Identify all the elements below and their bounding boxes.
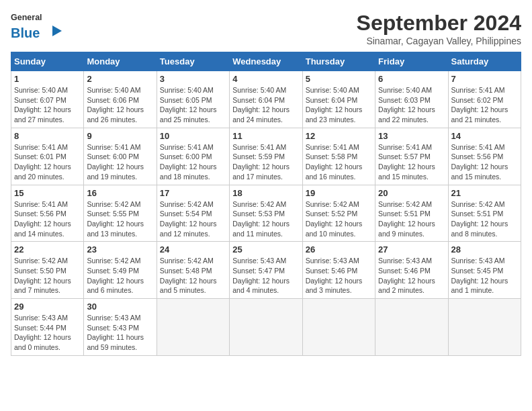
table-row bbox=[230, 299, 302, 356]
header-wednesday: Wednesday bbox=[230, 52, 302, 71]
header-sunday: Sunday bbox=[11, 52, 84, 71]
table-row: 1Sunrise: 5:40 AMSunset: 6:07 PMDaylight… bbox=[11, 71, 84, 128]
logo-svg: General bbox=[11, 11, 44, 24]
table-row: 22Sunrise: 5:42 AMSunset: 5:50 PMDayligh… bbox=[11, 242, 84, 299]
table-row bbox=[157, 299, 229, 356]
table-row: 25Sunrise: 5:43 AMSunset: 5:47 PMDayligh… bbox=[230, 242, 302, 299]
table-row: 6Sunrise: 5:40 AMSunset: 6:03 PMDaylight… bbox=[375, 71, 448, 128]
month-title: September 2024 bbox=[357, 11, 521, 36]
table-row: 30Sunrise: 5:43 AMSunset: 5:43 PMDayligh… bbox=[84, 299, 157, 356]
table-row: 24Sunrise: 5:42 AMSunset: 5:48 PMDayligh… bbox=[157, 242, 229, 299]
table-row: 12Sunrise: 5:41 AMSunset: 5:58 PMDayligh… bbox=[302, 128, 375, 185]
table-row: 8Sunrise: 5:41 AMSunset: 6:01 PMDaylight… bbox=[11, 128, 84, 185]
table-row: 5Sunrise: 5:40 AMSunset: 6:04 PMDaylight… bbox=[302, 71, 375, 128]
logo: General Blue bbox=[11, 11, 64, 43]
table-row: 21Sunrise: 5:42 AMSunset: 5:51 PMDayligh… bbox=[448, 185, 521, 242]
header: General Blue September 2024 Sinamar, Cag… bbox=[11, 11, 521, 46]
calendar-header-row: Sunday Monday Tuesday Wednesday Thursday… bbox=[11, 52, 521, 71]
table-row: 9Sunrise: 5:41 AMSunset: 6:00 PMDaylight… bbox=[84, 128, 157, 185]
header-saturday: Saturday bbox=[448, 52, 521, 71]
title-area: September 2024 Sinamar, Cagayan Valley, … bbox=[357, 11, 521, 46]
header-friday: Friday bbox=[375, 52, 448, 71]
table-row: 15Sunrise: 5:41 AMSunset: 5:56 PMDayligh… bbox=[11, 185, 84, 242]
subtitle: Sinamar, Cagayan Valley, Philippines bbox=[357, 36, 521, 46]
table-row: 29Sunrise: 5:43 AMSunset: 5:44 PMDayligh… bbox=[11, 299, 84, 356]
table-row bbox=[375, 299, 448, 356]
table-row: 28Sunrise: 5:43 AMSunset: 5:45 PMDayligh… bbox=[448, 242, 521, 299]
table-row: 4Sunrise: 5:40 AMSunset: 6:04 PMDaylight… bbox=[230, 71, 302, 128]
table-row: 16Sunrise: 5:42 AMSunset: 5:55 PMDayligh… bbox=[84, 185, 157, 242]
table-row: 11Sunrise: 5:41 AMSunset: 5:59 PMDayligh… bbox=[230, 128, 302, 185]
table-row: 3Sunrise: 5:40 AMSunset: 6:05 PMDaylight… bbox=[157, 71, 229, 128]
table-row: 17Sunrise: 5:42 AMSunset: 5:54 PMDayligh… bbox=[157, 185, 229, 242]
table-row bbox=[302, 299, 375, 356]
table-row: 13Sunrise: 5:41 AMSunset: 5:57 PMDayligh… bbox=[375, 128, 448, 185]
table-row: 27Sunrise: 5:43 AMSunset: 5:46 PMDayligh… bbox=[375, 242, 448, 299]
calendar-table: Sunday Monday Tuesday Wednesday Thursday… bbox=[11, 52, 521, 356]
table-row: 20Sunrise: 5:42 AMSunset: 5:51 PMDayligh… bbox=[375, 185, 448, 242]
table-row: 23Sunrise: 5:42 AMSunset: 5:49 PMDayligh… bbox=[84, 242, 157, 299]
svg-marker-2 bbox=[52, 26, 62, 36]
table-row: 26Sunrise: 5:43 AMSunset: 5:46 PMDayligh… bbox=[302, 242, 375, 299]
table-row bbox=[448, 299, 521, 356]
table-row: 18Sunrise: 5:42 AMSunset: 5:53 PMDayligh… bbox=[230, 185, 302, 242]
svg-text:General: General bbox=[11, 13, 42, 22]
table-row: 10Sunrise: 5:41 AMSunset: 6:00 PMDayligh… bbox=[157, 128, 229, 185]
table-row: 19Sunrise: 5:42 AMSunset: 5:52 PMDayligh… bbox=[302, 185, 375, 242]
table-row: 14Sunrise: 5:41 AMSunset: 5:56 PMDayligh… bbox=[448, 128, 521, 185]
header-tuesday: Tuesday bbox=[157, 52, 229, 71]
table-row: 7Sunrise: 5:41 AMSunset: 6:02 PMDaylight… bbox=[448, 71, 521, 128]
logo-blue-svg: Blue bbox=[11, 24, 64, 43]
table-row: 2Sunrise: 5:40 AMSunset: 6:06 PMDaylight… bbox=[84, 71, 157, 128]
header-monday: Monday bbox=[84, 52, 157, 71]
svg-text:Blue: Blue bbox=[11, 26, 40, 40]
header-thursday: Thursday bbox=[302, 52, 375, 71]
